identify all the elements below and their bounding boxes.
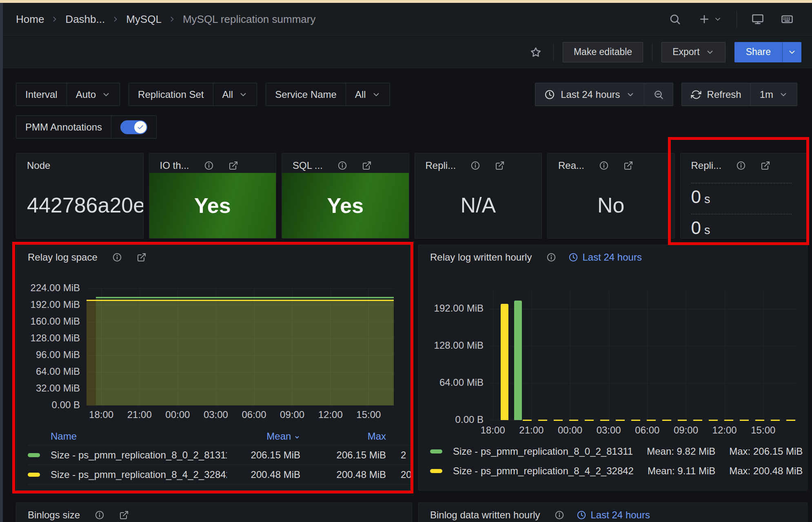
panel-title[interactable]: IO th... xyxy=(160,160,189,171)
pmm-annotations-toggle[interactable] xyxy=(120,120,147,134)
stat-panel: Repli...N/A xyxy=(415,153,542,239)
panel-title[interactable]: SQL ... xyxy=(293,160,323,171)
pmm-annotations-label: PMM Annotations xyxy=(16,116,111,138)
info-icon[interactable] xyxy=(95,510,104,520)
external-link-icon[interactable] xyxy=(229,161,238,170)
panel-title[interactable]: Rea... xyxy=(558,160,584,171)
stat-value: Yes xyxy=(194,193,231,218)
x-axis-label: 12:00 xyxy=(702,425,747,436)
panel-title[interactable]: Repli... xyxy=(426,160,456,171)
panel-header: Binlogs size xyxy=(28,509,408,521)
variable-group: Replication SetAll xyxy=(129,83,257,106)
bar xyxy=(501,304,508,420)
stat-panel-header: IO th... xyxy=(160,160,273,171)
time-range-picker[interactable]: Last 24 hours xyxy=(535,83,643,106)
legend-series-name[interactable]: Size - ps_pmm_replication_8_4_2_32842 xyxy=(453,465,634,477)
star-icon[interactable] xyxy=(527,44,544,61)
monitor-icon[interactable] xyxy=(749,11,766,28)
external-link-icon[interactable] xyxy=(362,161,372,170)
keyboard-icon[interactable] xyxy=(779,11,796,28)
x-axis-label: 03:00 xyxy=(586,425,631,436)
breadcrumb-item[interactable]: MySQL xyxy=(126,13,162,26)
share-button[interactable]: Share xyxy=(734,42,782,62)
x-axis-label: 06:00 xyxy=(625,425,670,436)
time-controls: Last 24 hours Refresh 1m xyxy=(535,83,797,106)
panel-relay-log-written-hourly: Relay log written hourly Last 24 hours 1… xyxy=(418,245,808,491)
chevron-right-icon xyxy=(51,15,59,23)
submenu-bar: IntervalAutoReplication SetAllService Na… xyxy=(16,83,797,106)
stat-panel-header: Node xyxy=(27,160,140,171)
stat-value-area: Yes xyxy=(149,173,276,238)
clock-icon xyxy=(544,89,555,100)
refresh-interval-dropdown[interactable]: 1m xyxy=(750,83,797,106)
breadcrumb-bar: HomeDashb...MySQLMySQL replication summa… xyxy=(3,3,812,36)
clock-icon xyxy=(577,510,586,520)
scrollbar-track[interactable] xyxy=(0,3,3,522)
pmm-annotations-toggle-cell xyxy=(111,116,156,138)
nav-divider xyxy=(737,11,737,28)
info-icon[interactable] xyxy=(337,161,347,170)
make-editable-button[interactable]: Make editable xyxy=(563,42,643,62)
info-icon[interactable] xyxy=(555,510,564,520)
external-link-icon[interactable] xyxy=(119,510,129,520)
legend-series-name[interactable]: Size - ps_pmm_replication_8_0_2_81311 xyxy=(453,446,633,457)
zoom-out-icon xyxy=(653,89,664,100)
time-range-group: Last 24 hours xyxy=(535,83,673,106)
stat-panel: SQL ...Yes xyxy=(282,153,409,239)
bar xyxy=(514,301,522,420)
panel-title[interactable]: Binlogs size xyxy=(28,509,80,521)
legend-max-value: Max: 200.48 MiB xyxy=(729,465,803,477)
refresh-group: Refresh 1m xyxy=(681,83,797,106)
variable-dropdown[interactable]: All xyxy=(346,83,390,106)
chevron-down-icon xyxy=(372,90,381,99)
nav-actions xyxy=(666,11,796,28)
search-icon[interactable] xyxy=(666,11,683,28)
x-axis-label: 21:00 xyxy=(509,425,554,436)
stat-panel: IO th...Yes xyxy=(149,153,277,239)
y-axis-label: 128.00 MiB xyxy=(418,340,484,351)
chart-plot-area[interactable] xyxy=(490,291,796,420)
info-icon[interactable] xyxy=(470,161,480,170)
bar-chart: 192.00 MiB128.00 MiB64.00 MiB0.00 B18:00… xyxy=(419,245,807,490)
breadcrumb-item[interactable]: Dashb... xyxy=(65,13,105,26)
add-icon[interactable] xyxy=(696,11,724,28)
legend-mean-value: Mean: 9.11 MiB xyxy=(648,465,715,477)
chevron-right-icon xyxy=(168,15,176,23)
stat-value: No xyxy=(548,172,674,238)
variable-dropdown[interactable]: All xyxy=(213,83,257,106)
refresh-icon xyxy=(691,89,701,100)
x-axis-label: 00:00 xyxy=(548,425,592,436)
breadcrumb-item[interactable]: Home xyxy=(16,13,44,26)
chevron-down-icon xyxy=(239,90,248,99)
zero-dashed-line xyxy=(523,420,796,421)
panel-time-range-link[interactable]: Last 24 hours xyxy=(577,509,650,521)
stat-value-area: Yes xyxy=(282,173,409,238)
annotation-box-relay-log-space xyxy=(12,242,413,493)
info-icon[interactable] xyxy=(599,161,609,170)
variable-dropdown[interactable]: Auto xyxy=(67,83,120,106)
chevron-down-icon xyxy=(102,90,111,99)
stat-value: Yes xyxy=(327,193,364,218)
chevron-down-icon xyxy=(626,90,635,99)
panel-title[interactable]: Node xyxy=(27,160,50,171)
x-axis-label: 18:00 xyxy=(470,425,515,436)
external-link-icon[interactable] xyxy=(495,161,505,170)
panel-title[interactable]: Binlog data written hourly xyxy=(430,509,540,521)
variable-label: Interval xyxy=(16,83,67,106)
annotation-box-replication-delay xyxy=(668,137,809,245)
share-caret-button[interactable] xyxy=(782,42,801,62)
stat-panel-header: Rea... xyxy=(558,160,671,171)
template-variables: IntervalAutoReplication SetAllService Na… xyxy=(16,83,390,106)
breadcrumb-item[interactable]: MySQL replication summary xyxy=(183,13,316,26)
bottom-panels-row: Binlogs size Binlog data written hourly … xyxy=(16,502,808,522)
zoom-out-button[interactable] xyxy=(644,83,673,106)
external-link-icon[interactable] xyxy=(623,161,633,170)
refresh-button[interactable]: Refresh xyxy=(682,83,750,106)
legend-max-value: Max: 206.15 MiB xyxy=(729,446,803,457)
toolbar-divider xyxy=(652,44,652,61)
legend-row: Size - ps_pmm_replication_8_0_2_81311Mea… xyxy=(430,446,803,457)
info-icon[interactable] xyxy=(204,161,214,170)
panel-binlogs-size: Binlogs size xyxy=(16,502,412,522)
breadcrumb: HomeDashb...MySQLMySQL replication summa… xyxy=(16,13,315,26)
export-button[interactable]: Export xyxy=(661,42,725,62)
